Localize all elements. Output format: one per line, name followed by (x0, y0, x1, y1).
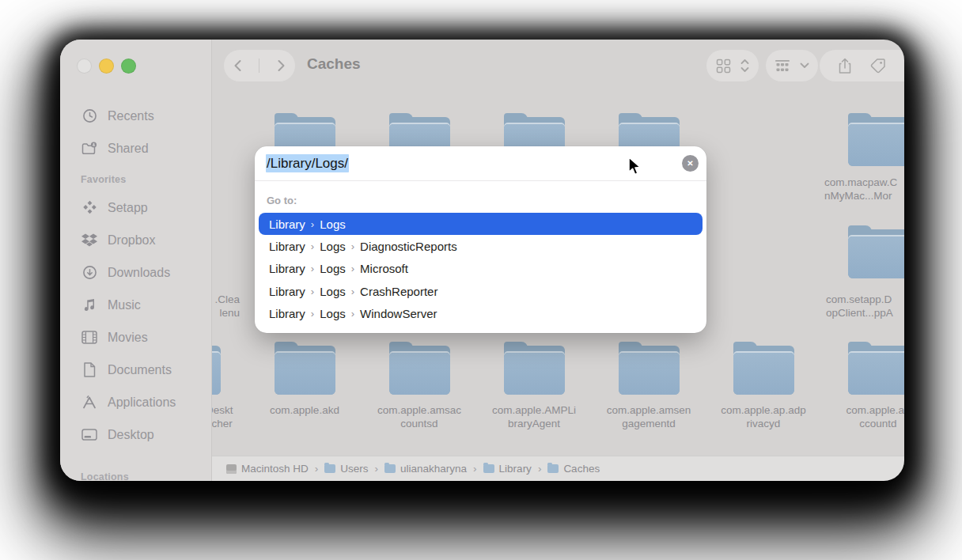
minimize-window-button[interactable] (99, 59, 114, 74)
suggestion-row[interactable]: Library›Logs›CrashReporter (259, 280, 703, 302)
path-bar-item[interactable]: Caches (547, 463, 600, 475)
traffic-lights (77, 59, 136, 74)
document-icon (81, 361, 98, 379)
breadcrumb-separator: › (351, 240, 354, 252)
clock-icon (81, 108, 98, 125)
path-segment: Logs (320, 218, 346, 231)
suggestion-row[interactable]: Library›Logs›DiagnosticReports (259, 235, 703, 257)
sidebar-item-shared[interactable]: Shared (60, 132, 211, 165)
folder-label: com.setapp.D opClient...ppA (826, 293, 904, 320)
folder-icon[interactable] (848, 229, 905, 278)
folder-icon (384, 464, 396, 473)
path-segment: Library (269, 218, 305, 231)
path-segment: DiagnosticReports (360, 240, 457, 253)
breadcrumb-separator: › (311, 240, 314, 252)
suggestion-row[interactable]: Library›Logs (259, 213, 703, 235)
folder-label: .Clea lenu (212, 293, 240, 320)
go-to-label: Go to: (255, 181, 706, 211)
film-icon (81, 329, 98, 346)
suggestion-row[interactable]: Library›Logs›WindowServer (259, 303, 703, 325)
path-input-value: /Library/Logs/ (266, 154, 349, 172)
breadcrumb-separator: › (538, 463, 542, 475)
folder-icon[interactable] (848, 346, 905, 395)
path-bar: Macintosh HD›Users›ulianakharyna›Library… (212, 456, 904, 481)
sidebar-favorites-header: Favorites (60, 165, 211, 191)
path-segment: Microsoft (360, 262, 408, 275)
folder-icon[interactable] (733, 346, 794, 395)
path-segment: Logs (320, 285, 346, 298)
sidebar-item-label: Movies (108, 331, 148, 345)
folder-icon[interactable] (212, 346, 221, 395)
mouse-cursor (627, 157, 646, 180)
sidebar-item-recents[interactable]: Recents (60, 100, 211, 132)
sidebar-item-documents[interactable]: Documents (60, 354, 211, 386)
setapp-icon (81, 199, 98, 217)
shared-folder-icon (81, 140, 98, 157)
screen: Recents Shared Favorites Setapp (0, 0, 962, 560)
close-icon[interactable]: ✕ (682, 155, 699, 172)
breadcrumb-separator: › (375, 463, 379, 475)
breadcrumb-separator: › (311, 263, 314, 274)
folder-label: com.apple.ap.adprivacyd (708, 403, 819, 430)
folder-label: Deskt ncher (212, 403, 301, 430)
folder-icon (324, 464, 335, 473)
breadcrumb-separator: › (311, 218, 314, 230)
path-bar-label: Users (340, 463, 368, 475)
path-bar-item[interactable]: Users (324, 463, 368, 475)
path-segment: Logs (320, 240, 346, 253)
breadcrumb-separator: › (311, 308, 314, 320)
folder-icon[interactable] (275, 346, 335, 395)
path-segment: Logs (320, 262, 346, 275)
folder-icon[interactable] (504, 346, 565, 395)
sidebar-item-label: Documents (108, 363, 172, 377)
sidebar-item-label: Music (108, 298, 141, 312)
suggestion-row[interactable]: Library›Logs›Microsoft (259, 258, 703, 280)
sidebar-item-label: Dropbox (108, 233, 155, 248)
music-note-icon (81, 297, 98, 314)
path-bar-label: ulianakharyna (400, 463, 467, 475)
path-segment: Library (269, 240, 305, 253)
folder-label: com.apple.apccountd (823, 403, 904, 430)
sidebar-item-label: Shared (108, 142, 149, 156)
applications-icon (81, 394, 98, 411)
folder-label: com.macpaw.C nMyMac...Mor (824, 176, 904, 202)
sidebar-item-music[interactable]: Music (60, 289, 211, 321)
folder-label: com.apple.amsengagementd (593, 403, 704, 430)
path-segment: Library (269, 307, 305, 320)
path-segment: WindowServer (360, 307, 437, 320)
breadcrumb-separator: › (473, 463, 477, 475)
sidebar-item-downloads[interactable]: Downloads (60, 256, 211, 289)
breadcrumb-separator: › (351, 286, 354, 297)
folder-label: com.apple.amsaccountsd (364, 403, 475, 430)
folder-icon[interactable] (848, 117, 905, 166)
breadcrumb-separator: › (351, 308, 354, 320)
sidebar-item-label: Downloads (108, 266, 170, 280)
sidebar-item-label: Recents (108, 109, 154, 123)
sidebar-item-applications[interactable]: Applications (60, 386, 211, 418)
download-circle-icon (81, 264, 98, 282)
folder-label: com.apple.AMPLibraryAgent (479, 403, 589, 430)
path-bar-item[interactable]: Macintosh HD (226, 463, 309, 475)
sidebar-item-label: Applications (108, 395, 176, 410)
path-bar-label: Caches (563, 463, 600, 475)
sidebar-item-setapp[interactable]: Setapp (60, 191, 211, 224)
disk-icon (226, 464, 237, 474)
folder-icon (483, 464, 494, 473)
path-bar-item[interactable]: Library (483, 463, 532, 475)
path-segment: CrashReporter (360, 285, 437, 298)
sidebar-item-dropbox[interactable]: Dropbox (60, 224, 211, 256)
close-window-button[interactable] (77, 59, 92, 74)
sidebar-locations-header: Locations (60, 462, 129, 481)
sidebar-list: Recents Shared Favorites Setapp (60, 100, 211, 451)
path-bar-label: Macintosh HD (241, 463, 309, 475)
folder-icon[interactable] (619, 346, 680, 395)
path-bar-item[interactable]: ulianakharyna (384, 463, 467, 475)
breadcrumb-separator: › (311, 286, 314, 297)
breadcrumb-separator: › (315, 463, 319, 475)
path-segment: Library (269, 285, 305, 298)
path-bar-label: Library (499, 463, 532, 475)
sidebar-item-movies[interactable]: Movies (60, 321, 211, 354)
zoom-window-button[interactable] (121, 59, 136, 74)
sidebar-item-desktop[interactable]: Desktop (60, 418, 211, 451)
folder-icon[interactable] (389, 346, 450, 395)
